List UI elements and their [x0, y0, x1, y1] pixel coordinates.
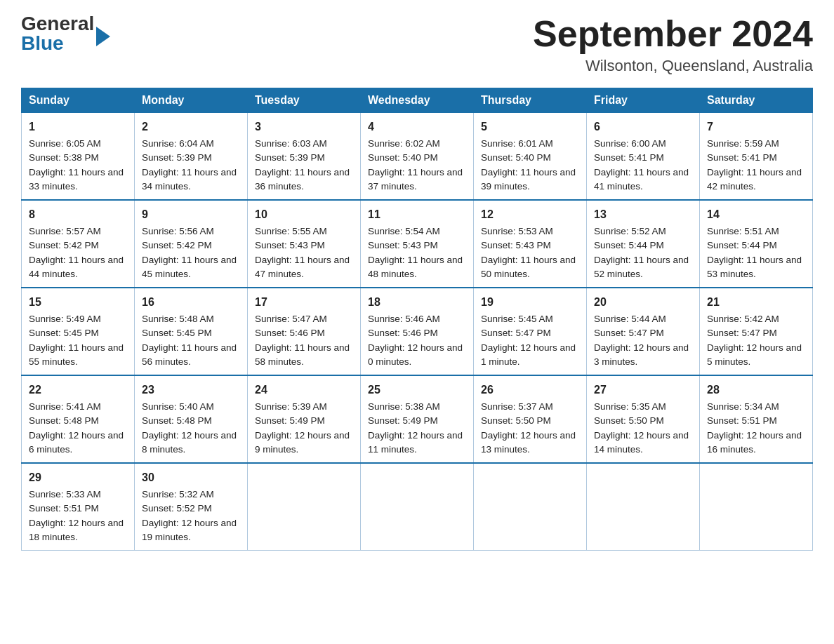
day-number: 4 — [368, 119, 466, 135]
day-cell — [361, 463, 474, 551]
week-row-5: 29Sunrise: 5:33 AMSunset: 5:51 PMDayligh… — [22, 463, 813, 551]
day-cell: 2Sunrise: 6:04 AMSunset: 5:39 PMDaylight… — [135, 113, 248, 201]
day-number: 3 — [255, 119, 353, 135]
week-row-4: 22Sunrise: 5:41 AMSunset: 5:48 PMDayligh… — [22, 375, 813, 463]
logo-text: General Blue — [21, 14, 94, 53]
day-cell: 6Sunrise: 6:00 AMSunset: 5:41 PMDaylight… — [587, 113, 700, 201]
day-cell: 13Sunrise: 5:52 AMSunset: 5:44 PMDayligh… — [587, 200, 700, 288]
day-cell: 3Sunrise: 6:03 AMSunset: 5:39 PMDaylight… — [248, 113, 361, 201]
day-number: 25 — [368, 382, 466, 398]
day-cell: 22Sunrise: 5:41 AMSunset: 5:48 PMDayligh… — [22, 375, 135, 463]
day-cell: 11Sunrise: 5:54 AMSunset: 5:43 PMDayligh… — [361, 200, 474, 288]
day-number: 12 — [481, 206, 579, 223]
day-number: 15 — [29, 294, 127, 311]
day-number: 19 — [481, 294, 579, 311]
day-number: 10 — [255, 206, 353, 223]
calendar-header: SundayMondayTuesdayWednesdayThursdayFrid… — [22, 88, 813, 113]
title-section: September 2024 Wilsonton, Queensland, Au… — [533, 14, 813, 75]
logo: General Blue — [21, 14, 110, 53]
header-cell-tuesday: Tuesday — [248, 88, 361, 113]
header-cell-sunday: Sunday — [22, 88, 135, 113]
logo-arrow-icon — [96, 27, 110, 46]
day-number: 6 — [594, 119, 692, 135]
day-cell: 20Sunrise: 5:44 AMSunset: 5:47 PMDayligh… — [587, 288, 700, 375]
page-header: General Blue September 2024 Wilsonton, Q… — [21, 14, 813, 75]
day-number: 21 — [707, 294, 805, 311]
day-cell: 17Sunrise: 5:47 AMSunset: 5:46 PMDayligh… — [248, 288, 361, 375]
day-cell: 1Sunrise: 6:05 AMSunset: 5:38 PMDaylight… — [22, 113, 135, 201]
day-number: 9 — [142, 206, 240, 223]
header-cell-friday: Friday — [587, 88, 700, 113]
day-cell: 26Sunrise: 5:37 AMSunset: 5:50 PMDayligh… — [474, 375, 587, 463]
day-cell: 30Sunrise: 5:32 AMSunset: 5:52 PMDayligh… — [135, 463, 248, 551]
day-cell: 9Sunrise: 5:56 AMSunset: 5:42 PMDaylight… — [135, 200, 248, 288]
day-number: 7 — [707, 119, 805, 135]
header-cell-saturday: Saturday — [700, 88, 813, 113]
day-number: 18 — [368, 294, 466, 311]
day-cell: 10Sunrise: 5:55 AMSunset: 5:43 PMDayligh… — [248, 200, 361, 288]
day-number: 11 — [368, 206, 466, 223]
day-number: 27 — [594, 382, 692, 398]
week-row-1: 1Sunrise: 6:05 AMSunset: 5:38 PMDaylight… — [22, 113, 813, 201]
day-number: 26 — [481, 382, 579, 398]
day-cell: 21Sunrise: 5:42 AMSunset: 5:47 PMDayligh… — [700, 288, 813, 375]
day-cell: 15Sunrise: 5:49 AMSunset: 5:45 PMDayligh… — [22, 288, 135, 375]
day-number: 28 — [707, 382, 805, 398]
day-cell — [474, 463, 587, 551]
logo-icon — [94, 22, 110, 46]
day-number: 8 — [29, 206, 127, 223]
day-cell: 16Sunrise: 5:48 AMSunset: 5:45 PMDayligh… — [135, 288, 248, 375]
location-text: Wilsonton, Queensland, Australia — [533, 57, 813, 75]
week-row-2: 8Sunrise: 5:57 AMSunset: 5:42 PMDaylight… — [22, 200, 813, 288]
day-number: 30 — [142, 469, 240, 486]
day-cell: 27Sunrise: 5:35 AMSunset: 5:50 PMDayligh… — [587, 375, 700, 463]
day-number: 22 — [29, 382, 127, 398]
day-cell: 8Sunrise: 5:57 AMSunset: 5:42 PMDaylight… — [22, 200, 135, 288]
week-row-3: 15Sunrise: 5:49 AMSunset: 5:45 PMDayligh… — [22, 288, 813, 375]
day-cell: 5Sunrise: 6:01 AMSunset: 5:40 PMDaylight… — [474, 113, 587, 201]
day-cell — [587, 463, 700, 551]
day-cell: 25Sunrise: 5:38 AMSunset: 5:49 PMDayligh… — [361, 375, 474, 463]
calendar-table: SundayMondayTuesdayWednesdayThursdayFrid… — [21, 88, 813, 551]
day-cell: 4Sunrise: 6:02 AMSunset: 5:40 PMDaylight… — [361, 113, 474, 201]
day-number: 29 — [29, 469, 127, 486]
day-number: 14 — [707, 206, 805, 223]
day-number: 1 — [29, 119, 127, 135]
day-number: 23 — [142, 382, 240, 398]
day-cell: 7Sunrise: 5:59 AMSunset: 5:41 PMDaylight… — [700, 113, 813, 201]
day-number: 13 — [594, 206, 692, 223]
day-number: 24 — [255, 382, 353, 398]
day-cell: 19Sunrise: 5:45 AMSunset: 5:47 PMDayligh… — [474, 288, 587, 375]
day-number: 16 — [142, 294, 240, 311]
day-number: 17 — [255, 294, 353, 311]
logo-general-text: General — [21, 14, 94, 34]
day-number: 20 — [594, 294, 692, 311]
header-cell-monday: Monday — [135, 88, 248, 113]
day-cell: 24Sunrise: 5:39 AMSunset: 5:49 PMDayligh… — [248, 375, 361, 463]
day-cell: 29Sunrise: 5:33 AMSunset: 5:51 PMDayligh… — [22, 463, 135, 551]
day-cell — [248, 463, 361, 551]
day-cell: 28Sunrise: 5:34 AMSunset: 5:51 PMDayligh… — [700, 375, 813, 463]
calendar-body: 1Sunrise: 6:05 AMSunset: 5:38 PMDaylight… — [22, 113, 813, 551]
header-cell-thursday: Thursday — [474, 88, 587, 113]
header-cell-wednesday: Wednesday — [361, 88, 474, 113]
logo-blue-text: Blue — [21, 34, 94, 53]
day-number: 2 — [142, 119, 240, 135]
header-row: SundayMondayTuesdayWednesdayThursdayFrid… — [22, 88, 813, 113]
day-cell: 12Sunrise: 5:53 AMSunset: 5:43 PMDayligh… — [474, 200, 587, 288]
day-cell: 23Sunrise: 5:40 AMSunset: 5:48 PMDayligh… — [135, 375, 248, 463]
day-number: 5 — [481, 119, 579, 135]
day-cell: 18Sunrise: 5:46 AMSunset: 5:46 PMDayligh… — [361, 288, 474, 375]
month-year-title: September 2024 — [533, 14, 813, 54]
day-cell: 14Sunrise: 5:51 AMSunset: 5:44 PMDayligh… — [700, 200, 813, 288]
day-cell — [700, 463, 813, 551]
